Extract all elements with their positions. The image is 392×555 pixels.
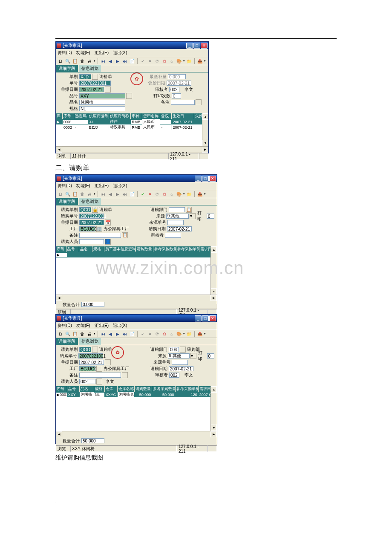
lookup-icon[interactable] (92, 347, 98, 353)
delete-icon[interactable]: 🗑 (79, 58, 85, 64)
print-icon[interactable]: 🖨 (86, 58, 92, 64)
calendar-icon[interactable] (105, 359, 111, 365)
horizontal-scrollbar[interactable]: ◀▶ (56, 295, 217, 301)
tab-detail[interactable]: 详细字段 (56, 338, 78, 345)
cancel-icon[interactable]: ✕ (147, 191, 153, 197)
grid-body[interactable]: ▶0001▫JJ佳佳RMB人民币▫2007-02-21 0002▫BZJJ标致家… (56, 119, 208, 146)
field-danbie[interactable]: XJD (79, 74, 91, 79)
filter-icon[interactable]: ⌕ (169, 331, 175, 337)
field-qgry[interactable] (79, 239, 104, 244)
prev-icon[interactable]: ◀ (107, 331, 113, 337)
lookup-icon[interactable]: 🏢 (96, 226, 102, 232)
field-qgbm[interactable] (169, 207, 185, 212)
field-gongchang[interactable]: BGJJGC (79, 226, 95, 231)
first-icon[interactable]: ⏮ (100, 58, 106, 64)
star-icon[interactable]: ✿ (161, 58, 167, 64)
field-laiyuandh[interactable] (172, 360, 188, 365)
field-danjurq[interactable]: 2007-02-21 (79, 87, 104, 92)
filter-icon[interactable]: ⌕ (169, 58, 175, 64)
lookup-icon[interactable] (92, 74, 98, 80)
grid-row-empty[interactable]: ▶ (56, 252, 217, 257)
star-icon[interactable]: ✿ (161, 331, 167, 337)
field-qgdb[interactable]: QGD (79, 347, 91, 352)
confirm-icon[interactable]: ✓ (140, 191, 146, 197)
field-qgdb[interactable]: QGD (79, 207, 91, 212)
menu-data[interactable]: 资料(D) (58, 183, 72, 189)
copy-icon[interactable]: 📋 (72, 191, 78, 197)
calendar-icon[interactable] (105, 87, 111, 92)
new-icon[interactable]: 🗋 (58, 331, 63, 337)
tab-info[interactable]: 信息浏览 (79, 338, 101, 345)
delete-icon[interactable]: 🗑 (79, 331, 85, 337)
lookup-icon[interactable] (180, 347, 186, 353)
field-qgdh[interactable]: 20070221001 (79, 214, 104, 219)
next-icon[interactable]: ▶ (115, 58, 121, 64)
lookup-icon[interactable]: 📋 (122, 232, 128, 238)
field-laiyuandh[interactable] (167, 220, 184, 225)
menu-export[interactable]: 汇出(E) (95, 50, 109, 56)
open-icon[interactable]: 🔍 (65, 331, 71, 337)
confirm-icon[interactable]: ✓ (140, 331, 146, 337)
minimize-button[interactable]: _ (186, 43, 193, 49)
menu-export[interactable]: 汇出(E) (95, 183, 109, 189)
new-icon[interactable]: 🗋 (58, 58, 63, 64)
menu-exit[interactable]: 退出(X) (113, 50, 127, 56)
field-qgrq[interactable]: 2007-02-21 (169, 366, 193, 371)
tab-info[interactable]: 信息浏览 (79, 65, 101, 72)
close-button[interactable]: ✕ (201, 43, 208, 49)
maximize-button[interactable]: □ (193, 43, 200, 49)
last-icon[interactable]: ⏭ (122, 191, 128, 197)
menu-data[interactable]: 资料(D) (58, 50, 72, 56)
calendar-icon[interactable]: 📅 (105, 220, 111, 225)
refresh-icon[interactable]: ⟳ (154, 58, 160, 64)
tab-detail[interactable]: 详细字段 (56, 198, 78, 205)
field-qgdh[interactable]: 20070221001 (78, 353, 103, 358)
lookup-icon[interactable]: 📋 (186, 207, 192, 213)
print-icon[interactable]: 🖨 (86, 331, 92, 337)
minimize-button[interactable]: _ (195, 176, 202, 182)
folder-icon[interactable]: 📁 (186, 191, 192, 197)
open-icon[interactable]: 🔍 (65, 191, 71, 197)
grid-row[interactable]: ▶0001XXY休闲椅NLXXYC休闲椅仓50.00050.0001202007… (56, 392, 217, 397)
menu-exit[interactable]: 退出(X) (113, 183, 127, 189)
field-beizhu[interactable] (79, 373, 121, 378)
page-icon[interactable]: 📄 (129, 331, 135, 337)
refresh-icon[interactable]: ⟳ (154, 331, 160, 337)
exit-icon[interactable]: 📤 (197, 58, 203, 64)
filter-icon[interactable]: ⌕ (169, 191, 175, 197)
exit-icon[interactable]: 📤 (197, 331, 203, 337)
menu-exit[interactable]: 退出(X) (113, 323, 127, 329)
close-button[interactable]: ✕ (209, 315, 216, 321)
field-qgbm[interactable]: 004 (169, 347, 179, 352)
vertical-scrollbar[interactable]: ▲▼ (210, 246, 217, 295)
lookup-icon[interactable] (196, 99, 202, 105)
menu-func[interactable]: 功能(F) (76, 50, 90, 56)
cancel-icon[interactable]: ✕ (147, 58, 153, 64)
person-icon[interactable] (96, 379, 102, 384)
grid-body[interactable]: ▶ (56, 252, 217, 295)
field-danjurq[interactable]: 2007-02-21 (79, 220, 104, 225)
grid-row[interactable]: 0002▫BZJJ标致家具RMB人民币▫2007-02-21 (56, 124, 208, 130)
open-icon[interactable]: 🔍 (65, 58, 71, 64)
field-shenhe-code[interactable]: 002 (169, 373, 179, 378)
last-icon[interactable]: ⏭ (122, 58, 128, 64)
first-icon[interactable]: ⏮ (100, 331, 106, 337)
exit-icon[interactable]: 📤 (197, 191, 203, 197)
paint-icon[interactable]: 🎨 (176, 191, 182, 197)
maximize-button[interactable]: □ (202, 315, 209, 321)
person-icon[interactable]: 👤 (105, 239, 111, 245)
field-qgry[interactable]: 002 (79, 379, 95, 384)
confirm-icon[interactable]: ✓ (140, 58, 146, 64)
menu-func[interactable]: 功能(F) (76, 323, 90, 329)
last-icon[interactable]: ⏭ (122, 331, 128, 337)
lookup-icon[interactable]: 🔒 (92, 207, 98, 213)
field-laiyuan[interactable]: 9:其他 (168, 353, 190, 358)
lookup-icon[interactable] (126, 93, 132, 99)
lookup-icon[interactable] (122, 372, 128, 378)
grid-row[interactable]: ▶0001▫JJ佳佳RMB人民币▫2007-02-21 (56, 119, 208, 124)
field-beizhu[interactable] (171, 100, 195, 105)
delete-icon[interactable]: 🗑 (79, 191, 85, 197)
field-shenhe[interactable] (165, 233, 181, 238)
print-icon[interactable]: 🖨 (86, 191, 92, 197)
close-button[interactable]: ✕ (209, 176, 216, 182)
